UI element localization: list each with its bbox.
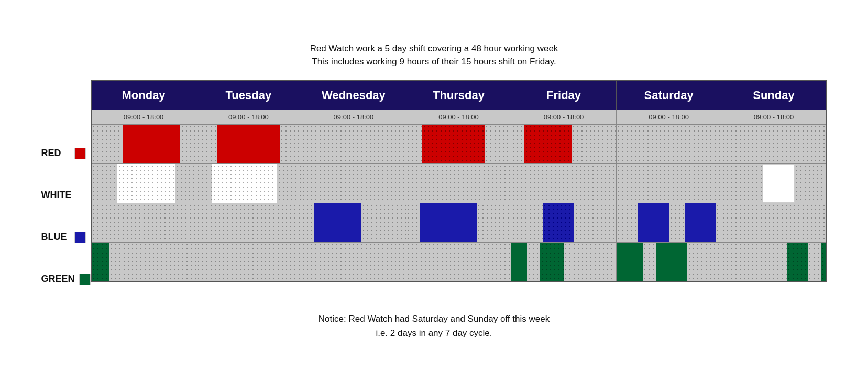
green-row: [91, 242, 827, 281]
red-row: [91, 124, 827, 163]
watch-label-blue: BLUE: [41, 216, 91, 258]
green-sunday: [721, 242, 827, 281]
header-tuesday: Tuesday: [196, 81, 301, 110]
watch-labels-column: RED WHITE BLUE GREEN: [41, 80, 91, 300]
time-sunday: 09:00 - 18:00: [721, 110, 827, 124]
header-sunday: Sunday: [721, 81, 827, 110]
top-note: Red Watch work a 5 day shift covering a …: [310, 42, 558, 69]
bottom-note: Notice: Red Watch had Saturday and Sunda…: [318, 312, 550, 340]
red-saturday: [616, 124, 721, 163]
schedule-wrapper: RED WHITE BLUE GREEN Monday Tuesday Wedn…: [41, 80, 827, 300]
schedule-table: Monday Tuesday Wednesday Thursday Friday…: [91, 80, 827, 282]
blue-wednesday: [301, 203, 406, 242]
white-monday: [91, 163, 196, 203]
green-saturday: [616, 242, 721, 281]
header-saturday: Saturday: [616, 81, 721, 110]
red-sunday: [721, 124, 827, 163]
white-sunday: [721, 163, 827, 203]
time-row: 09:00 - 18:00 09:00 - 18:00 09:00 - 18:0…: [91, 110, 827, 124]
blue-friday: [511, 203, 617, 242]
blue-sunday: [721, 203, 827, 242]
white-wednesday: [301, 163, 406, 203]
watch-label-white: WHITE: [41, 174, 91, 216]
time-thursday: 09:00 - 18:00: [406, 110, 511, 124]
watch-name-blue: BLUE: [41, 232, 70, 243]
red-tuesday: [196, 124, 301, 163]
white-thursday: [406, 163, 511, 203]
watch-label-green: GREEN: [41, 258, 91, 300]
blue-thursday: [406, 203, 511, 242]
red-monday: [91, 124, 196, 163]
watch-label-red: RED: [41, 133, 91, 174]
header-friday: Friday: [511, 81, 617, 110]
red-swatch: [74, 148, 86, 159]
header-thursday: Thursday: [406, 81, 511, 110]
green-friday: [511, 242, 617, 281]
time-wednesday: 09:00 - 18:00: [301, 110, 406, 124]
blue-monday: [91, 203, 196, 242]
red-thursday: [406, 124, 511, 163]
green-tuesday: [196, 242, 301, 281]
green-swatch: [79, 274, 91, 285]
white-row: [91, 163, 827, 203]
red-wednesday: [301, 124, 406, 163]
green-wednesday: [301, 242, 406, 281]
white-friday: [511, 163, 617, 203]
time-tuesday: 09:00 - 18:00: [196, 110, 301, 124]
time-saturday: 09:00 - 18:00: [616, 110, 721, 124]
header-monday: Monday: [91, 81, 196, 110]
watch-name-red: RED: [41, 148, 70, 159]
green-monday: [91, 242, 196, 281]
blue-row: [91, 203, 827, 242]
watch-name-green: GREEN: [41, 274, 75, 285]
blue-swatch: [74, 232, 86, 243]
white-saturday: [616, 163, 721, 203]
blue-tuesday: [196, 203, 301, 242]
header-row: Monday Tuesday Wednesday Thursday Friday…: [91, 81, 827, 110]
time-friday: 09:00 - 18:00: [511, 110, 617, 124]
header-wednesday: Wednesday: [301, 81, 406, 110]
green-thursday: [406, 242, 511, 281]
white-swatch: [76, 190, 87, 201]
red-friday: [511, 124, 617, 163]
white-tuesday: [196, 163, 301, 203]
time-monday: 09:00 - 18:00: [91, 110, 196, 124]
blue-saturday: [616, 203, 721, 242]
watch-name-white: WHITE: [41, 190, 72, 201]
